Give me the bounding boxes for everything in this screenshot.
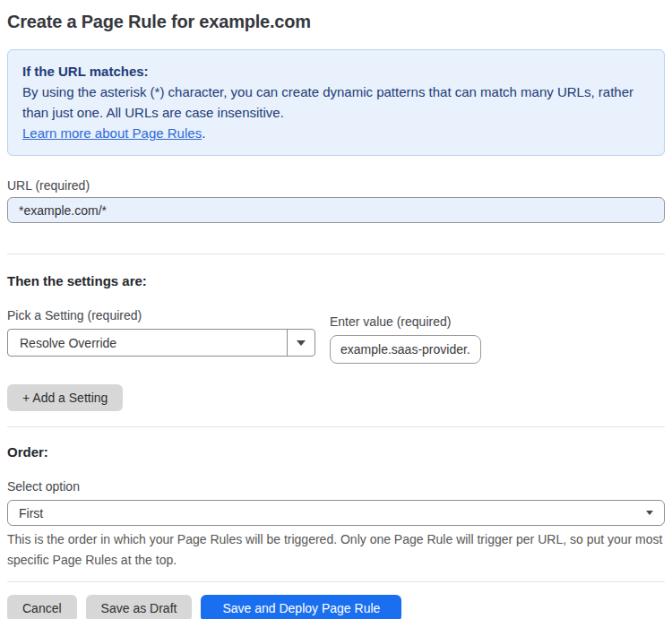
order-select[interactable]: First bbox=[7, 500, 665, 526]
setting-column: Pick a Setting (required) Resolve Overri… bbox=[7, 308, 315, 364]
setting-select-value: Resolve Override bbox=[8, 336, 116, 350]
setting-row: Pick a Setting (required) Resolve Overri… bbox=[7, 308, 665, 364]
value-column: Enter value (required) bbox=[330, 308, 481, 364]
order-select-value: First bbox=[19, 506, 43, 520]
pick-setting-label: Pick a Setting (required) bbox=[7, 308, 315, 323]
setting-value-input[interactable] bbox=[330, 335, 481, 364]
add-setting-button[interactable]: + Add a Setting bbox=[7, 384, 123, 411]
create-page-rule-panel: Create a Page Rule for example.com If th… bbox=[0, 11, 672, 619]
info-box-heading: If the URL matches: bbox=[22, 61, 650, 82]
info-box-link-line: Learn more about Page Rules. bbox=[22, 123, 650, 143]
save-deploy-button[interactable]: Save and Deploy Page Rule bbox=[201, 595, 401, 619]
enter-value-label: Enter value (required) bbox=[330, 314, 481, 330]
footer-divider bbox=[7, 581, 665, 582]
chevron-down-icon bbox=[646, 511, 653, 515]
url-field-label: URL (required) bbox=[7, 178, 665, 193]
footer-actions: Cancel Save as Draft Save and Deploy Pag… bbox=[7, 595, 665, 619]
setting-select-arrow-button[interactable] bbox=[287, 330, 314, 356]
page-rules-learn-more-link[interactable]: Learn more about Page Rules bbox=[22, 125, 202, 141]
setting-select[interactable]: Resolve Override bbox=[7, 329, 315, 357]
settings-section-heading: Then the settings are: bbox=[7, 273, 665, 289]
chevron-down-icon bbox=[297, 340, 306, 346]
link-suffix: . bbox=[202, 125, 205, 141]
section-divider bbox=[7, 426, 665, 427]
order-section-heading: Order: bbox=[7, 444, 665, 460]
url-input[interactable] bbox=[7, 197, 665, 223]
url-match-info-box: If the URL matches: By using the asteris… bbox=[7, 49, 665, 156]
order-help-text: This is the order in which your Page Rul… bbox=[7, 529, 665, 571]
section-divider bbox=[7, 254, 665, 254]
order-select-label: Select option bbox=[7, 479, 665, 494]
cancel-button[interactable]: Cancel bbox=[7, 595, 77, 619]
page-title: Create a Page Rule for example.com bbox=[7, 11, 665, 32]
save-draft-button[interactable]: Save as Draft bbox=[86, 595, 193, 619]
info-box-body: By using the asterisk (*) character, you… bbox=[22, 82, 650, 123]
